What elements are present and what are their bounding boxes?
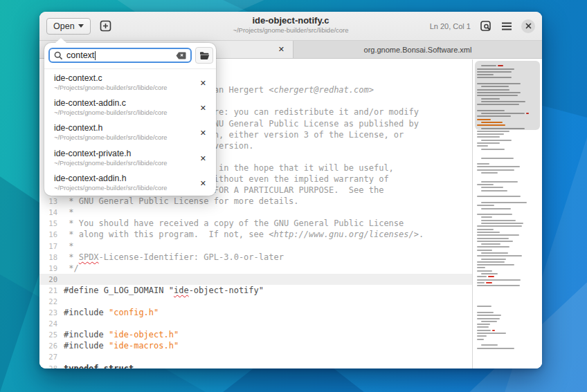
window-title-block: ide-object-notify.c ~/Projects/gnome-bui… (173, 15, 408, 35)
minimap-row (477, 312, 536, 313)
code-line: 26#include "ide-macros.h" (39, 340, 473, 351)
code-line: 13 * GNU General Public License for more… (39, 196, 473, 207)
code-line: 20 (39, 274, 473, 285)
remove-recent-icon[interactable]: ✕ (200, 155, 206, 162)
minimap-row (477, 339, 536, 340)
line-number: 13 (39, 197, 57, 205)
line-number: 23 (39, 308, 57, 317)
result-file-name: ide-context.c (54, 73, 192, 84)
line-number: 19 (39, 264, 57, 272)
line-number: 27 (39, 353, 57, 361)
page-subtitle: ~/Projects/gnome-builder/src/libide/core (173, 26, 408, 35)
new-tab-icon (100, 20, 111, 32)
code-line: 24 (39, 318, 473, 329)
minimap-row (477, 160, 536, 162)
minimap-row (477, 273, 536, 274)
minimap-row (477, 285, 536, 286)
minimap-row (477, 145, 536, 147)
minimap-row (477, 149, 536, 150)
line-number: 14 (39, 208, 57, 216)
code-line: 23#include "config.h" (39, 307, 473, 318)
code-text: #include "ide-macros.h" (57, 341, 179, 351)
minimap-row (477, 255, 536, 256)
minimap-row (477, 282, 536, 283)
global-search-button[interactable] (480, 20, 492, 32)
search-input[interactable]: context (48, 48, 192, 63)
line-number: 26 (39, 342, 57, 350)
minimap-row (477, 326, 536, 328)
window-close-button[interactable] (521, 19, 535, 33)
minimap-row (477, 205, 536, 206)
minimap-row (477, 243, 536, 245)
line-number: 20 (39, 275, 57, 283)
minimap-row (477, 279, 536, 281)
open-button[interactable]: Open (46, 18, 91, 35)
chevron-down-icon (78, 24, 84, 28)
code-line: 17 * (39, 241, 473, 252)
minimap-row (477, 220, 536, 221)
minimap-row (477, 169, 536, 171)
minimap-row (477, 303, 536, 304)
minimap-row (477, 196, 536, 197)
minimap-row (477, 288, 536, 290)
open-pages-popover: context ide-context.c~/Projects/gnome-bu… (44, 43, 216, 196)
line-number: 25 (39, 330, 57, 339)
new-tab-button[interactable] (100, 20, 111, 32)
line-number: 24 (39, 319, 57, 328)
search-result-item[interactable]: ide-context-private.h~/Projects/gnome-bu… (44, 146, 216, 171)
minimap-row (477, 193, 536, 194)
minimap-row (477, 187, 536, 188)
search-icon (54, 51, 63, 60)
minimap-viewport[interactable] (475, 61, 540, 130)
popover-arrow (55, 38, 66, 43)
code-line: 27 (39, 351, 473, 362)
minimap-row (477, 252, 536, 254)
remove-recent-icon[interactable]: ✕ (200, 130, 206, 138)
minimap-row (477, 300, 536, 301)
minimap-row (477, 131, 536, 132)
code-line: 28typedef struct (39, 363, 473, 368)
search-result-item[interactable]: ide-context.c~/Projects/gnome-builder/sr… (44, 71, 216, 95)
minimap-row (477, 270, 536, 272)
minimap-row (477, 276, 536, 277)
search-result-item[interactable]: ide-context-addin.h~/Projects/gnome-buil… (44, 171, 216, 196)
cursor-position-label: Ln 20, Col 1 (430, 22, 471, 30)
remove-recent-icon[interactable]: ✕ (200, 104, 206, 112)
code-line: 21#define G_LOG_DOMAIN "ide-object-notif… (39, 285, 473, 296)
tab-org-gnome-bonsai[interactable]: org.gnome.Bonsai.Software.xml (293, 41, 542, 58)
result-file-path: ~/Projects/gnome-builder/src/libide/core (54, 184, 192, 192)
line-number: 15 (39, 219, 57, 227)
minimap-row (477, 223, 536, 224)
tab-close-icon[interactable]: ✕ (278, 46, 285, 53)
page-title: ide-object-notify.c (173, 15, 408, 26)
text-caret (95, 51, 96, 60)
minimap-row (477, 246, 536, 248)
result-file-name: ide-context-addin.c (54, 98, 192, 109)
search-result-item[interactable]: ide-context-addin.c~/Projects/gnome-buil… (44, 95, 216, 120)
minimap-row (477, 178, 536, 180)
menu-button[interactable] (501, 22, 512, 30)
minimap-row (477, 133, 536, 135)
code-text: #include "ide-object.h" (57, 330, 179, 339)
code-text: * (57, 241, 73, 251)
close-icon (525, 23, 532, 29)
remove-recent-icon[interactable]: ✕ (200, 180, 206, 187)
clear-search-icon[interactable] (176, 52, 186, 59)
minimap-row (477, 306, 536, 307)
minimap-row (477, 151, 536, 153)
minimap-row (477, 267, 536, 268)
minimap-row (477, 216, 536, 218)
search-result-item[interactable]: ide-context.h~/Projects/gnome-builder/sr… (44, 120, 216, 145)
minimap-row (477, 335, 536, 337)
line-number: 22 (39, 297, 57, 306)
minimap[interactable] (472, 59, 542, 368)
minimap-row (477, 158, 536, 159)
minimap-row (477, 208, 536, 209)
remove-recent-icon[interactable]: ✕ (200, 80, 206, 87)
open-file-button[interactable] (195, 47, 213, 64)
minimap-row (477, 202, 536, 203)
minimap-row (477, 344, 536, 346)
minimap-row (477, 229, 536, 230)
code-text: #include "config.h" (57, 308, 159, 317)
code-text: * You should have received a copy of the… (57, 218, 404, 228)
